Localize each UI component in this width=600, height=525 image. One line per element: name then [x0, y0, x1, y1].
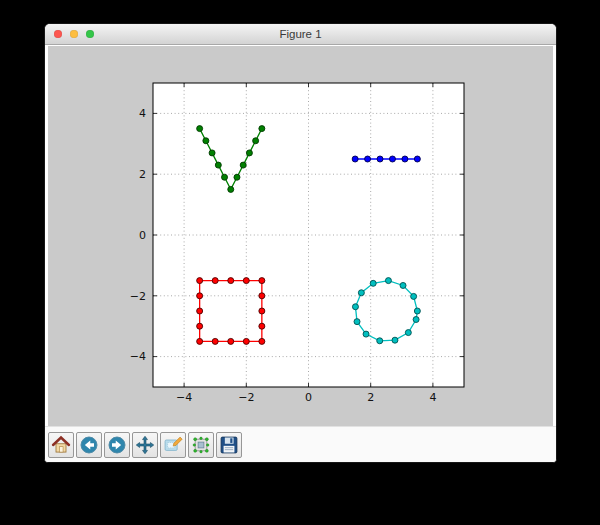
subplots-button[interactable]: [188, 432, 214, 458]
home-button[interactable]: [48, 432, 74, 458]
svg-text:0: 0: [139, 229, 146, 242]
subplots-icon: [191, 435, 211, 455]
svg-text:2: 2: [139, 168, 146, 181]
window-title: Figure 1: [45, 24, 556, 44]
back-icon: [79, 435, 99, 455]
svg-text:4: 4: [429, 391, 436, 404]
svg-text:4: 4: [139, 107, 146, 120]
zoom-button[interactable]: [160, 432, 186, 458]
zoom-rect-icon: [163, 435, 183, 455]
titlebar[interactable]: Figure 1: [45, 24, 556, 45]
plot-axes: −4−2024−4−2024: [48, 46, 553, 427]
pan-button[interactable]: [132, 432, 158, 458]
back-button[interactable]: [76, 432, 102, 458]
save-button[interactable]: [216, 432, 242, 458]
svg-text:−2: −2: [130, 290, 146, 303]
svg-text:−4: −4: [176, 391, 192, 404]
svg-text:0: 0: [305, 391, 312, 404]
forward-button[interactable]: [104, 432, 130, 458]
figure-window: Figure 1 −4−2024−4−2024: [44, 23, 557, 463]
forward-icon: [107, 435, 127, 455]
figure-canvas[interactable]: −4−2024−4−2024: [48, 46, 553, 427]
svg-text:2: 2: [367, 391, 374, 404]
navigation-toolbar: [45, 426, 556, 462]
svg-text:−4: −4: [130, 350, 146, 363]
save-icon: [219, 435, 239, 455]
pan-icon: [135, 435, 155, 455]
svg-text:−2: −2: [238, 391, 254, 404]
home-icon: [51, 435, 71, 455]
